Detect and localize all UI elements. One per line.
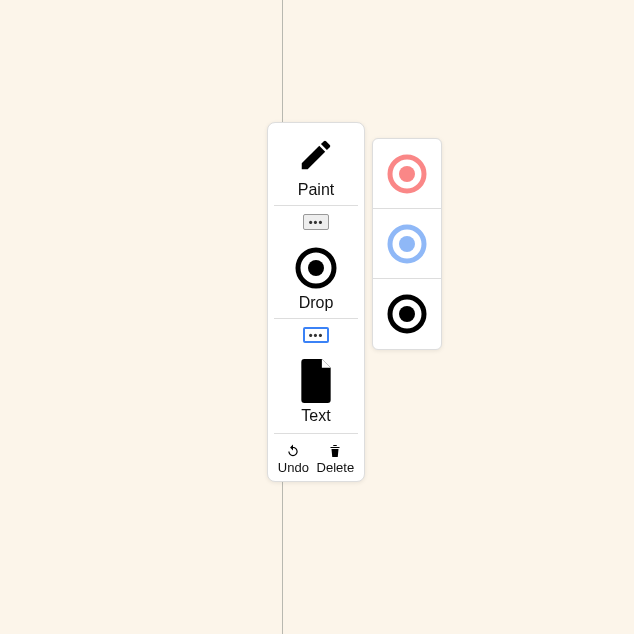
pencil-icon	[274, 131, 358, 179]
drop-tool[interactable]: Drop	[274, 238, 358, 312]
paint-tool[interactable]: Paint	[274, 131, 358, 199]
svg-point-5	[399, 236, 415, 252]
undo-label: Undo	[278, 460, 309, 475]
circle-black-icon	[385, 292, 429, 336]
circle-blue-icon	[385, 222, 429, 266]
undo-button[interactable]: Undo	[278, 442, 309, 475]
delete-label: Delete	[317, 460, 355, 475]
svg-point-7	[399, 306, 415, 322]
file-icon	[274, 357, 358, 405]
svg-point-3	[399, 166, 415, 182]
svg-point-1	[308, 260, 324, 276]
paint-more-button[interactable]: •••	[303, 214, 329, 230]
drop-more-button[interactable]: •••	[303, 327, 329, 343]
tool-palette: Paint ••• Drop ••• Text Undo	[267, 122, 365, 482]
delete-button[interactable]: Delete	[317, 442, 355, 475]
circle-drop-icon	[274, 244, 358, 292]
color-option-red[interactable]	[373, 139, 441, 209]
text-tool[interactable]: Text	[274, 351, 358, 425]
text-label: Text	[274, 407, 358, 425]
paint-label: Paint	[274, 181, 358, 199]
color-picker-panel	[372, 138, 442, 350]
drop-options-row: •••	[274, 318, 358, 351]
undo-icon	[278, 442, 309, 460]
toolbar-bottom-row: Undo Delete	[274, 433, 358, 475]
color-option-blue[interactable]	[373, 209, 441, 279]
drop-label: Drop	[274, 294, 358, 312]
circle-red-icon	[385, 152, 429, 196]
color-option-black[interactable]	[373, 279, 441, 349]
paint-options-row: •••	[274, 205, 358, 238]
trash-icon	[317, 442, 355, 460]
